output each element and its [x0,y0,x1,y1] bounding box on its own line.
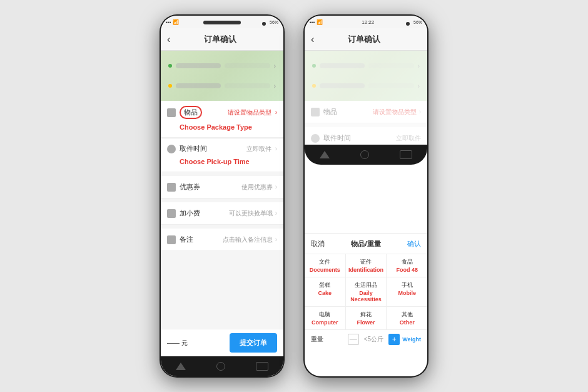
back-button-right[interactable]: ‹ [311,34,314,45]
category-cake[interactable]: 蛋糕 Cake [305,277,345,306]
battery-icon-r: 56% [413,20,422,24]
surcharge-label: 加小费 [180,209,229,218]
map-placeholder-left: › › [161,51,283,101]
package-annotation: Choose Package Type [180,121,277,132]
package-section[interactable]: 物品 请设置物品类型 › Choose Package Type [161,101,283,138]
wifi-icon-r: 📶 [317,19,323,25]
pickup-annotation: Choose Pick-up Time [180,155,277,167]
category-food[interactable]: 食品 Food 48 [387,254,427,277]
package-icon [167,108,176,117]
surcharge-section[interactable]: 加小费 可以更快抢单哦 › [161,202,283,225]
cat-zh-mobile: 手机 [402,281,413,289]
recents-nav-btn-left[interactable] [256,362,268,371]
status-time-left: 12:19 [218,19,230,25]
signal-icon: ▪▪▪ [166,19,171,25]
back-nav-btn-left[interactable] [176,363,186,370]
category-flower[interactable]: 鲜花 Flower [346,307,387,329]
pickup-section-r: 取件时间 立即取件 [305,127,427,145]
content-area-left: 物品 请设置物品类型 › Choose Package Type 取件时间 立即… [161,101,283,329]
coupon-label: 优惠券 [180,182,241,192]
phone-left: ▪▪▪ 📶 12:19 56% ‹ 订单确认 [160,14,285,378]
nav-title-right: 订单确认 [319,34,408,45]
category-documents[interactable]: 文件 Documents [305,254,345,277]
cat-zh-computer: 电脑 [319,311,330,319]
nav-bar-right: ‹ 订单确认 [305,28,427,51]
cat-zh-daily: 生活用品 [355,281,377,289]
phone-body-left: ▪▪▪ 📶 12:19 56% ‹ 订单确认 [160,14,285,378]
submit-button-left[interactable]: 提交订单 [230,333,277,353]
cat-en-other: Other [400,319,415,326]
cat-zh-food: 食品 [402,258,413,266]
package-value: 请设置物品类型 [228,108,271,117]
cat-zh-identification: 证件 [360,258,372,266]
nav-bar-left: ‹ 订单确认 [161,28,283,51]
map-dot-end [168,84,172,88]
map-dot-end-r [312,84,316,88]
category-identification[interactable]: 证件 Identification [346,254,387,277]
package-highlight: 物品 [180,106,202,119]
map-line-r1b [368,63,413,68]
wifi-icon: 📶 [173,19,179,25]
weight-unit-label: Weight [402,336,421,343]
coupon-arrow: › [275,183,277,190]
back-button-left[interactable]: ‹ [167,34,170,45]
cat-en-cake: Cake [318,290,332,296]
category-other[interactable]: 其他 Other [387,307,427,329]
package-label: 物品 [180,106,224,119]
pickup-label-r: 取件时间 [323,133,396,143]
signal-icon-r: ▪▪▪ [310,19,315,25]
plus-icon: + [392,335,397,344]
map-line-2 [176,83,221,88]
map-arrow-1: › [274,63,276,70]
note-label: 备注 [180,235,223,244]
home-nav-btn-right[interactable] [360,150,369,159]
pickup-icon [167,145,176,153]
pickup-section[interactable]: 取件时间 立即取件 › Choose Pick-up Time [161,139,283,172]
map-row-1: › [168,63,276,70]
surcharge-arrow: › [275,210,277,217]
category-grid: 文件 Documents 证件 Identification 食品 Food 4… [305,254,427,330]
surcharge-icon [167,209,176,218]
map-row-r1: › [312,63,420,70]
nav-title-left: 订单确认 [175,34,265,45]
pickup-icon-r [311,134,320,143]
map-arrow-r1: › [418,63,420,70]
status-battery-left: 56% [270,20,278,24]
package-icon-r [311,108,320,116]
map-arrow-2: › [274,83,276,90]
weight-row: 重量 — <5公斤 + Weight [305,330,427,349]
modal-confirm-button[interactable]: 确认 [407,239,421,249]
weight-value: <5公斤 [362,335,386,344]
cat-zh-cake: 蛋糕 [319,281,330,289]
package-value-r: 请设置物品类型 [373,108,417,116]
modal-title: 物品/重量 [351,239,380,249]
modal-cancel-button[interactable]: 取消 [311,239,325,249]
category-daily[interactable]: 生活用品 Daily Necessities [346,277,387,306]
category-mobile[interactable]: 手机 Mobile [387,277,427,306]
weight-minus-button[interactable]: — [348,334,359,345]
cat-en-identification: Identification [348,267,383,273]
coupon-icon [167,183,176,192]
status-icons-left: ▪▪▪ 📶 [166,19,179,25]
battery-icon: 56% [270,20,278,24]
modal-overlay: 取消 物品/重量 确认 文件 Documents 证件 Identificati… [305,234,427,349]
cat-en-computer: Computer [312,319,338,326]
coupon-section[interactable]: 优惠券 使用优惠券 › [161,176,283,199]
phone-bottom-nav-right [305,145,427,165]
map-dot-start-r [312,64,316,68]
pickup-value-r: 立即取件 [396,134,421,143]
status-time-right: 12:22 [362,19,374,25]
cat-en-food: Food 48 [396,267,418,273]
note-section[interactable]: 备注 点击输入备注信息 › [161,229,283,251]
package-arrow: › [275,109,277,116]
phone-right: ▪▪▪ 📶 12:22 56% ‹ 订单确认 [303,14,428,378]
category-computer[interactable]: 电脑 Computer [305,307,345,329]
back-nav-btn-right[interactable] [320,151,330,158]
home-nav-btn-left[interactable] [216,362,225,371]
note-icon [167,235,176,244]
weight-plus-button[interactable]: + [388,334,400,345]
recents-nav-btn-right[interactable] [400,150,412,159]
phone-screen-right: ▪▪▪ 📶 12:22 56% ‹ 订单确认 [305,16,427,376]
minus-icon: — [350,335,357,344]
note-value: 点击输入备注信息 [223,235,273,244]
